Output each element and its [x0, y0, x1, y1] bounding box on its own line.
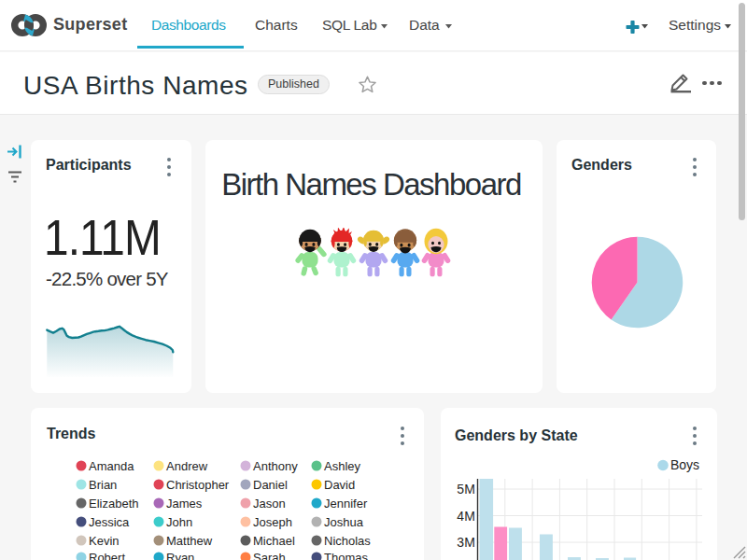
svg-text:Brian: Brian [89, 478, 117, 492]
svg-text:Robert: Robert [89, 551, 125, 560]
svg-text:Nicholas: Nicholas [324, 534, 371, 548]
svg-text:Daniel: Daniel [253, 478, 288, 492]
svg-text:Matthew: Matthew [166, 534, 213, 548]
svg-text:John: John [166, 515, 192, 529]
svg-text:Thomas: Thomas [324, 551, 368, 560]
svg-text:Michael: Michael [253, 534, 295, 548]
svg-text:Kevin: Kevin [89, 534, 120, 548]
svg-text:Sarah: Sarah [253, 551, 286, 560]
svg-text:Ashley: Ashley [324, 459, 361, 473]
svg-text:Jennifer: Jennifer [324, 497, 368, 511]
svg-text:Anthony: Anthony [253, 459, 298, 473]
svg-text:Andrew: Andrew [166, 459, 208, 473]
svg-text:5M: 5M [457, 482, 474, 497]
svg-text:Jessica: Jessica [89, 515, 130, 529]
svg-text:Amanda: Amanda [89, 459, 134, 473]
svg-text:David: David [324, 478, 355, 492]
svg-text:Elizabeth: Elizabeth [89, 497, 138, 511]
svg-text:4M: 4M [457, 509, 474, 524]
svg-text:Boys: Boys [670, 457, 699, 472]
svg-text:Ryan: Ryan [166, 551, 194, 560]
svg-text:Jason: Jason [253, 497, 286, 511]
svg-text:Joshua: Joshua [324, 515, 364, 529]
svg-text:3M: 3M [457, 535, 474, 550]
svg-text:James: James [166, 497, 203, 511]
svg-text:Joseph: Joseph [253, 515, 292, 529]
svg-text:Christopher: Christopher [166, 478, 230, 492]
